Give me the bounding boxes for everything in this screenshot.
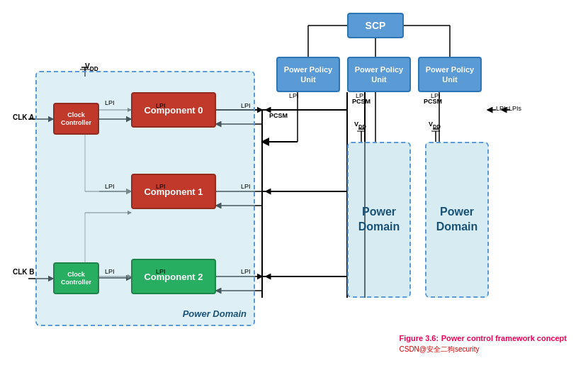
component-2: Component 2 <box>131 259 216 294</box>
scp-box: SCP <box>347 13 404 38</box>
component-0: Component 0 <box>131 92 216 128</box>
lpis-right-1: LPIs <box>496 105 509 112</box>
figure-title: Power control framework concept <box>441 334 567 342</box>
cc1-label: ClockController <box>61 111 91 127</box>
pcsm-label-1: PCSM <box>269 112 288 119</box>
lpi-label-0: LPI <box>156 102 166 109</box>
clock-controller-1: ClockController <box>53 103 99 135</box>
clk-a-label: CLK A <box>13 113 34 121</box>
lpi-label-cc2: LPI <box>105 268 115 275</box>
cc2-label: ClockController <box>61 271 91 286</box>
comp1-label: Component 1 <box>144 186 203 197</box>
diagram-container: SCP Power PolicyUnit Power PolicyUnit Po… <box>0 0 588 362</box>
vdd-rd1: VDD <box>354 121 366 130</box>
figure-label: Figure 3.6: <box>399 334 439 342</box>
ppu-2-label: Power PolicyUnit <box>355 65 403 85</box>
main-domain-label: Power Domain <box>183 308 247 319</box>
comp2-label: Component 2 <box>144 272 203 282</box>
rd2-label: PowerDomain <box>436 205 478 235</box>
ppu-1: Power PolicyUnit <box>276 57 340 92</box>
lpi-label-1: LPI <box>241 102 251 109</box>
component-1: Component 1 <box>131 174 216 209</box>
lpi-label-3: LPI <box>156 268 166 275</box>
vdd-label-top: VDD <box>85 62 98 72</box>
right-domain-1: PowerDomain <box>347 142 411 298</box>
rd1-label: PowerDomain <box>358 205 400 235</box>
lpi-ppu3: LPI <box>431 92 441 99</box>
lpi-label-cc1-2: LPI <box>105 183 115 190</box>
clk-b-label: CLK B <box>13 268 35 276</box>
figure-caption: Figure 3.6: Power control framework conc… <box>399 332 567 354</box>
lpi-label-cc1: LPI <box>105 99 115 106</box>
ppu-3-label: Power PolicyUnit <box>426 65 474 85</box>
lpis-right-2: LPIs <box>509 105 521 112</box>
lpi-ppu1: LPI <box>289 92 299 99</box>
ppu-2: Power PolicyUnit <box>347 57 411 92</box>
scp-label: SCP <box>366 20 386 31</box>
lpi-label-5: LPI <box>156 183 166 190</box>
watermark: CSDN@安全二狗security <box>399 345 479 353</box>
clock-controller-2: ClockController <box>53 262 99 294</box>
vdd-rd2: VDD <box>429 121 441 130</box>
lpi-ppu2: LPI <box>356 92 366 99</box>
comp0-label: Component 0 <box>144 105 203 116</box>
ppu-1-label: Power PolicyUnit <box>284 65 332 85</box>
ppu-3: Power PolicyUnit <box>418 57 482 92</box>
lpi-label-4: LPI <box>241 268 251 275</box>
right-domain-2: PowerDomain <box>425 142 489 298</box>
lpi-label-2: LPI <box>241 183 251 190</box>
